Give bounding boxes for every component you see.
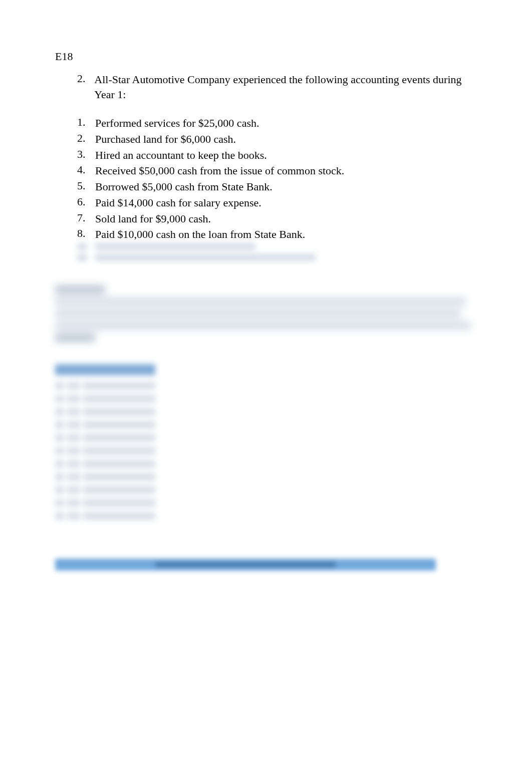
item-text: Sold land for $9,000 cash. bbox=[95, 211, 211, 226]
list-item: 8. Paid $10,000 cash on the loan from St… bbox=[77, 227, 477, 242]
list-item: 3. Hired an accountant to keep the books… bbox=[77, 148, 477, 163]
intro-number: 2. bbox=[77, 72, 94, 85]
blurred-list-items bbox=[77, 243, 477, 265]
item-text: Purchased land for $6,000 cash. bbox=[95, 132, 236, 147]
item-number: 6. bbox=[77, 195, 95, 208]
list-item: 2. Purchased land for $6,000 cash. bbox=[77, 132, 477, 147]
blurred-banner bbox=[55, 559, 436, 571]
item-number: 2. bbox=[77, 132, 95, 145]
item-number: 8. bbox=[77, 227, 95, 240]
intro-block: 2. All-Star Automotive Company experienc… bbox=[77, 72, 477, 102]
blurred-required-block bbox=[55, 285, 477, 342]
events-list: 1. Performed services for $25,000 cash. … bbox=[77, 116, 477, 242]
item-text: Hired an accountant to keep the books. bbox=[95, 148, 267, 163]
item-text: Received $50,000 cash from the issue of … bbox=[95, 163, 344, 178]
list-item: 4. Received $50,000 cash from the issue … bbox=[77, 163, 477, 178]
item-number: 5. bbox=[77, 179, 95, 192]
list-item: 1. Performed services for $25,000 cash. bbox=[77, 116, 477, 131]
item-number: 7. bbox=[77, 211, 95, 224]
item-text: Paid $14,000 cash for salary expense. bbox=[95, 195, 261, 210]
blurred-classification-table bbox=[55, 364, 155, 523]
item-text: Performed services for $25,000 cash. bbox=[95, 116, 259, 131]
list-item: 6. Paid $14,000 cash for salary expense. bbox=[77, 195, 477, 210]
intro-text: All-Star Automotive Company experienced … bbox=[94, 72, 477, 102]
exercise-label: E18 bbox=[55, 50, 477, 63]
item-text: Borrowed $5,000 cash from State Bank. bbox=[95, 179, 273, 194]
item-number: 3. bbox=[77, 148, 95, 161]
item-number: 1. bbox=[77, 116, 95, 129]
list-item: 5. Borrowed $5,000 cash from State Bank. bbox=[77, 179, 477, 194]
list-item: 7. Sold land for $9,000 cash. bbox=[77, 211, 477, 226]
item-text: Paid $10,000 cash on the loan from State… bbox=[95, 227, 305, 242]
item-number: 4. bbox=[77, 163, 95, 176]
